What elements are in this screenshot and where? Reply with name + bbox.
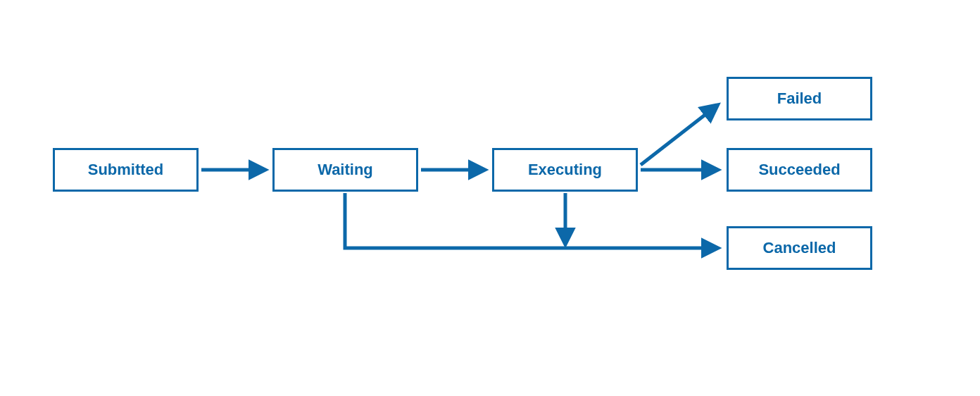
state-executing: Executing [492, 148, 638, 192]
state-submitted: Submitted [53, 148, 199, 192]
state-succeeded: Succeeded [727, 148, 872, 192]
state-failed: Failed [727, 77, 872, 120]
transition-arrows [0, 0, 980, 396]
state-label: Waiting [318, 161, 373, 179]
state-label: Submitted [88, 161, 164, 179]
state-label: Failed [777, 89, 822, 108]
state-label: Cancelled [763, 239, 836, 257]
arrow-waiting-cancelled [345, 193, 717, 248]
state-cancelled: Cancelled [727, 226, 872, 270]
state-label: Executing [528, 161, 602, 179]
arrow-executing-failed [641, 106, 717, 165]
state-label: Succeeded [758, 161, 840, 179]
state-waiting: Waiting [272, 148, 418, 192]
